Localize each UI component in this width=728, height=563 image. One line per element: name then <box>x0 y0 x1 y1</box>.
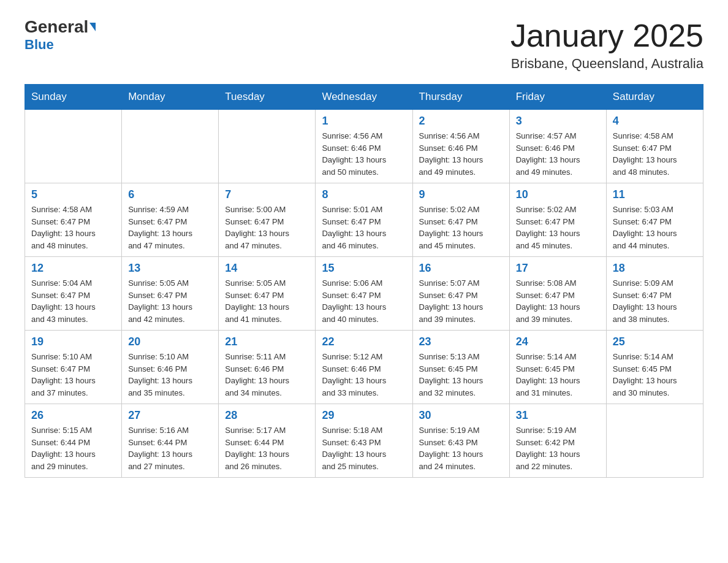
calendar-cell: 27Sunrise: 5:16 AM Sunset: 6:44 PM Dayli… <box>122 404 219 478</box>
weekday-header-thursday: Thursday <box>412 85 509 110</box>
day-number: 30 <box>419 409 503 422</box>
day-info: Sunrise: 5:10 AM Sunset: 6:47 PM Dayligh… <box>31 351 115 399</box>
title-block: January 2025 Brisbane, Queensland, Austr… <box>510 18 703 72</box>
calendar-cell: 18Sunrise: 5:09 AM Sunset: 6:47 PM Dayli… <box>606 257 703 331</box>
day-info: Sunrise: 5:03 AM Sunset: 6:47 PM Dayligh… <box>613 204 697 251</box>
calendar-cell: 4Sunrise: 4:58 AM Sunset: 6:47 PM Daylig… <box>606 110 703 183</box>
calendar-week-row: 26Sunrise: 5:15 AM Sunset: 6:44 PM Dayli… <box>25 404 703 478</box>
calendar-cell: 7Sunrise: 5:00 AM Sunset: 6:47 PM Daylig… <box>219 183 316 257</box>
day-number: 2 <box>419 115 503 128</box>
day-info: Sunrise: 5:19 AM Sunset: 6:42 PM Dayligh… <box>516 424 600 472</box>
logo-general: General <box>25 18 88 36</box>
calendar-cell: 12Sunrise: 5:04 AM Sunset: 6:47 PM Dayli… <box>25 257 122 331</box>
calendar-week-row: 5Sunrise: 4:58 AM Sunset: 6:47 PM Daylig… <box>25 183 703 257</box>
calendar-cell <box>219 110 316 183</box>
day-info: Sunrise: 5:16 AM Sunset: 6:44 PM Dayligh… <box>128 424 212 472</box>
logo-triangle-icon <box>89 23 96 31</box>
day-info: Sunrise: 5:09 AM Sunset: 6:47 PM Dayligh… <box>613 277 697 325</box>
day-info: Sunrise: 5:14 AM Sunset: 6:45 PM Dayligh… <box>516 351 600 399</box>
day-info: Sunrise: 4:59 AM Sunset: 6:47 PM Dayligh… <box>128 204 212 251</box>
calendar-cell <box>122 110 219 183</box>
calendar-cell: 15Sunrise: 5:06 AM Sunset: 6:47 PM Dayli… <box>316 257 412 331</box>
day-info: Sunrise: 5:19 AM Sunset: 6:43 PM Dayligh… <box>419 424 503 472</box>
day-info: Sunrise: 5:13 AM Sunset: 6:45 PM Dayligh… <box>419 351 503 399</box>
day-number: 26 <box>31 409 115 422</box>
day-number: 10 <box>516 188 600 201</box>
day-info: Sunrise: 4:58 AM Sunset: 6:47 PM Dayligh… <box>31 204 115 251</box>
calendar-cell: 9Sunrise: 5:02 AM Sunset: 6:47 PM Daylig… <box>412 183 509 257</box>
day-number: 9 <box>419 188 503 201</box>
day-number: 19 <box>31 335 115 348</box>
day-number: 29 <box>322 409 406 422</box>
calendar-cell <box>25 110 122 183</box>
calendar-cell: 5Sunrise: 4:58 AM Sunset: 6:47 PM Daylig… <box>25 183 122 257</box>
day-number: 13 <box>128 262 212 275</box>
day-info: Sunrise: 5:07 AM Sunset: 6:47 PM Dayligh… <box>419 277 503 325</box>
day-number: 24 <box>516 335 600 348</box>
day-number: 18 <box>613 262 697 275</box>
day-info: Sunrise: 5:15 AM Sunset: 6:44 PM Dayligh… <box>31 424 115 472</box>
day-number: 28 <box>225 409 309 422</box>
day-info: Sunrise: 5:08 AM Sunset: 6:47 PM Dayligh… <box>516 277 600 325</box>
day-number: 25 <box>613 335 697 348</box>
calendar-cell: 17Sunrise: 5:08 AM Sunset: 6:47 PM Dayli… <box>509 257 606 331</box>
day-number: 8 <box>322 188 406 201</box>
day-number: 5 <box>31 188 115 201</box>
calendar-cell: 30Sunrise: 5:19 AM Sunset: 6:43 PM Dayli… <box>412 404 509 478</box>
calendar-week-row: 1Sunrise: 4:56 AM Sunset: 6:46 PM Daylig… <box>25 110 703 183</box>
day-info: Sunrise: 5:05 AM Sunset: 6:47 PM Dayligh… <box>225 277 309 325</box>
day-info: Sunrise: 5:05 AM Sunset: 6:47 PM Dayligh… <box>128 277 212 325</box>
day-number: 17 <box>516 262 600 275</box>
weekday-header-saturday: Saturday <box>606 85 703 110</box>
calendar-cell: 21Sunrise: 5:11 AM Sunset: 6:46 PM Dayli… <box>219 331 316 404</box>
weekday-header-friday: Friday <box>509 85 606 110</box>
day-number: 7 <box>225 188 309 201</box>
day-info: Sunrise: 5:00 AM Sunset: 6:47 PM Dayligh… <box>225 204 309 251</box>
day-info: Sunrise: 4:57 AM Sunset: 6:46 PM Dayligh… <box>516 130 600 178</box>
day-info: Sunrise: 5:14 AM Sunset: 6:45 PM Dayligh… <box>613 351 697 399</box>
day-number: 27 <box>128 409 212 422</box>
calendar-cell: 23Sunrise: 5:13 AM Sunset: 6:45 PM Dayli… <box>412 331 509 404</box>
day-number: 22 <box>322 335 406 348</box>
calendar-cell: 25Sunrise: 5:14 AM Sunset: 6:45 PM Dayli… <box>606 331 703 404</box>
day-info: Sunrise: 5:11 AM Sunset: 6:46 PM Dayligh… <box>225 351 309 399</box>
calendar-cell: 11Sunrise: 5:03 AM Sunset: 6:47 PM Dayli… <box>606 183 703 257</box>
calendar-header-row: SundayMondayTuesdayWednesdayThursdayFrid… <box>25 85 703 110</box>
calendar-week-row: 19Sunrise: 5:10 AM Sunset: 6:47 PM Dayli… <box>25 331 703 404</box>
calendar-cell: 6Sunrise: 4:59 AM Sunset: 6:47 PM Daylig… <box>122 183 219 257</box>
calendar-cell: 3Sunrise: 4:57 AM Sunset: 6:46 PM Daylig… <box>509 110 606 183</box>
day-info: Sunrise: 5:02 AM Sunset: 6:47 PM Dayligh… <box>419 204 503 251</box>
calendar-cell: 28Sunrise: 5:17 AM Sunset: 6:44 PM Dayli… <box>219 404 316 478</box>
day-number: 11 <box>613 188 697 201</box>
calendar-week-row: 12Sunrise: 5:04 AM Sunset: 6:47 PM Dayli… <box>25 257 703 331</box>
day-info: Sunrise: 4:56 AM Sunset: 6:46 PM Dayligh… <box>322 130 406 178</box>
logo: General Blue <box>25 18 96 53</box>
calendar-cell: 16Sunrise: 5:07 AM Sunset: 6:47 PM Dayli… <box>412 257 509 331</box>
calendar-cell: 31Sunrise: 5:19 AM Sunset: 6:42 PM Dayli… <box>509 404 606 478</box>
day-number: 1 <box>322 115 406 128</box>
calendar-cell: 26Sunrise: 5:15 AM Sunset: 6:44 PM Dayli… <box>25 404 122 478</box>
calendar-cell: 29Sunrise: 5:18 AM Sunset: 6:43 PM Dayli… <box>316 404 412 478</box>
page-header: General Blue January 2025 Brisbane, Quee… <box>25 18 703 72</box>
day-number: 31 <box>516 409 600 422</box>
weekday-header-monday: Monday <box>122 85 219 110</box>
day-info: Sunrise: 5:18 AM Sunset: 6:43 PM Dayligh… <box>322 424 406 472</box>
day-number: 16 <box>419 262 503 275</box>
day-number: 3 <box>516 115 600 128</box>
day-number: 15 <box>322 262 406 275</box>
day-number: 6 <box>128 188 212 201</box>
day-number: 23 <box>419 335 503 348</box>
day-info: Sunrise: 5:10 AM Sunset: 6:46 PM Dayligh… <box>128 351 212 399</box>
calendar-cell: 10Sunrise: 5:02 AM Sunset: 6:47 PM Dayli… <box>509 183 606 257</box>
month-title: January 2025 <box>510 18 703 53</box>
day-info: Sunrise: 5:17 AM Sunset: 6:44 PM Dayligh… <box>225 424 309 472</box>
day-info: Sunrise: 4:56 AM Sunset: 6:46 PM Dayligh… <box>419 130 503 178</box>
calendar-cell: 20Sunrise: 5:10 AM Sunset: 6:46 PM Dayli… <box>122 331 219 404</box>
day-number: 4 <box>613 115 697 128</box>
day-number: 20 <box>128 335 212 348</box>
day-info: Sunrise: 5:01 AM Sunset: 6:47 PM Dayligh… <box>322 204 406 251</box>
weekday-header-wednesday: Wednesday <box>316 85 412 110</box>
calendar-cell: 22Sunrise: 5:12 AM Sunset: 6:46 PM Dayli… <box>316 331 412 404</box>
calendar-cell: 14Sunrise: 5:05 AM Sunset: 6:47 PM Dayli… <box>219 257 316 331</box>
day-info: Sunrise: 5:12 AM Sunset: 6:46 PM Dayligh… <box>322 351 406 399</box>
